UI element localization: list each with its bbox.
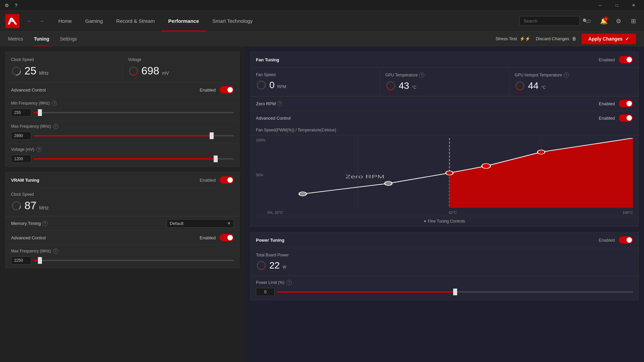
trash-icon: 🗑 bbox=[572, 36, 576, 41]
power-limit-info-icon[interactable]: ? bbox=[286, 280, 292, 285]
bookmark-icon[interactable]: ☆ bbox=[584, 16, 594, 26]
zero-rpm-info-icon[interactable]: ? bbox=[277, 101, 282, 106]
fan-metrics: Fan Speed 0 RPM GPU Temperature ? bbox=[251, 68, 638, 96]
power-title: Power Tuning bbox=[256, 238, 599, 243]
back-button[interactable]: ← bbox=[25, 16, 34, 26]
min-freq-input[interactable] bbox=[11, 109, 31, 117]
vram-max-freq-track[interactable] bbox=[34, 260, 234, 261]
apply-label: Apply Changes bbox=[588, 36, 623, 42]
gpu-temp-info-icon[interactable]: ? bbox=[419, 72, 424, 78]
power-header: Power Tuning Enabled bbox=[251, 232, 638, 248]
search-input[interactable] bbox=[524, 18, 580, 23]
title-bar: ⚙ ? ─ □ ✕ bbox=[0, 0, 644, 11]
nav-gaming[interactable]: Gaming bbox=[78, 11, 110, 32]
check-icon: ✓ bbox=[625, 36, 629, 42]
gpu-hotspot-label: GPU Hotspot Temperature ? bbox=[515, 72, 633, 78]
svg-text:Zero RPM: Zero RPM bbox=[345, 174, 384, 179]
power-tuning-toggle[interactable] bbox=[619, 236, 633, 244]
max-freq-thumb[interactable] bbox=[210, 132, 214, 139]
voltage-mv-thumb[interactable] bbox=[214, 156, 218, 162]
chart-y-50: 50% bbox=[256, 173, 265, 177]
vram-max-freq-info-icon[interactable]: ? bbox=[53, 248, 58, 254]
clock-speed-display: 25 MHz bbox=[11, 65, 117, 77]
min-freq-track[interactable] bbox=[34, 112, 234, 113]
power-limit-thumb[interactable] bbox=[453, 289, 457, 295]
vram-toggle[interactable] bbox=[220, 176, 234, 184]
total-board-power-unit: W bbox=[282, 265, 286, 271]
grid-icon[interactable]: ⊞ bbox=[628, 16, 639, 26]
nav-right: 🔍 ☆ 🔔 1 ⚙ ⊞ bbox=[519, 16, 639, 26]
power-limit-slider-row bbox=[256, 288, 633, 296]
voltage-mv-section: Voltage (mV) ? bbox=[6, 143, 239, 166]
vram-advanced-toggle[interactable] bbox=[220, 234, 234, 241]
amd-icon: ⚙ bbox=[3, 1, 11, 9]
vram-max-freq-thumb[interactable] bbox=[38, 257, 42, 264]
gpu-temp-metric: GPU Temperature ? 43 °C bbox=[380, 68, 509, 96]
zero-rpm-toggle[interactable] bbox=[619, 100, 633, 107]
nav-home[interactable]: Home bbox=[52, 11, 78, 32]
apply-button[interactable]: Apply Changes ✓ bbox=[582, 34, 636, 44]
discard-button[interactable]: Discard Changes 🗑 bbox=[536, 36, 576, 41]
tab-settings[interactable]: Settings bbox=[60, 32, 77, 46]
tab-metrics[interactable]: Metrics bbox=[8, 32, 23, 46]
minimize-button[interactable]: ─ bbox=[592, 0, 608, 11]
power-limit-input[interactable] bbox=[256, 288, 275, 296]
notification-icon[interactable]: 🔔 1 bbox=[598, 16, 609, 26]
power-limit-fill bbox=[277, 291, 455, 293]
settings-icon[interactable]: ⚙ bbox=[613, 16, 624, 26]
memory-timing-select[interactable]: Default bbox=[167, 219, 234, 228]
help-icon[interactable]: ? bbox=[12, 1, 20, 9]
svg-point-9 bbox=[257, 81, 265, 89]
close-button[interactable]: ✕ bbox=[626, 0, 641, 11]
total-board-power-value: 22 bbox=[269, 260, 280, 271]
amd-logo bbox=[5, 14, 19, 28]
advanced-control-toggle[interactable] bbox=[220, 86, 234, 94]
voltage-gauge bbox=[128, 66, 139, 76]
nav-performance[interactable]: Performance bbox=[162, 11, 206, 32]
fine-tuning-row[interactable]: ▾ Fine Tuning Controls bbox=[251, 216, 638, 226]
memory-timing-info-icon[interactable]: ? bbox=[42, 221, 48, 226]
gpu-hotspot-info-icon[interactable]: ? bbox=[564, 72, 569, 78]
min-freq-thumb[interactable] bbox=[38, 109, 42, 116]
max-freq-info-icon[interactable]: ? bbox=[53, 124, 58, 129]
max-freq-input[interactable] bbox=[11, 132, 31, 140]
max-freq-slider-row bbox=[11, 132, 234, 140]
voltage-mv-input[interactable] bbox=[11, 155, 31, 163]
maximize-button[interactable]: □ bbox=[609, 0, 625, 11]
gpu-temp-unit: °C bbox=[412, 85, 416, 91]
chart-x-end: 100°C bbox=[623, 210, 633, 215]
total-board-power-label: Total Board Power bbox=[256, 253, 633, 257]
nav-smart-tech[interactable]: Smart Technology bbox=[206, 11, 259, 32]
clock-speed-unit: MHz bbox=[39, 70, 49, 77]
voltage-mv-info-icon[interactable]: ? bbox=[36, 147, 42, 152]
stress-test-button[interactable]: Stress Test ⚡⚡ bbox=[495, 36, 530, 41]
svg-point-26 bbox=[482, 164, 491, 169]
chart-y-100: 100% bbox=[256, 138, 265, 142]
fan-advanced-label: Advanced Control bbox=[256, 116, 599, 121]
voltage-mv-fill bbox=[34, 158, 214, 160]
title-bar-left: ⚙ ? bbox=[3, 1, 20, 9]
zero-rpm-label: Zero RPM ? bbox=[256, 101, 599, 106]
voltage-mv-track[interactable] bbox=[34, 158, 234, 160]
power-limit-section: Power Limit (%) ? bbox=[251, 276, 638, 300]
search-box[interactable]: 🔍 bbox=[519, 16, 580, 26]
vram-max-freq-input[interactable] bbox=[11, 256, 31, 264]
min-freq-info-icon[interactable]: ? bbox=[52, 101, 57, 106]
min-freq-label: Min Frequency (MHz) ? bbox=[11, 101, 234, 106]
fan-advanced-toggle[interactable] bbox=[619, 114, 633, 122]
forward-button[interactable]: → bbox=[37, 16, 46, 26]
memory-timing-label: Memory Timing ? bbox=[11, 221, 167, 226]
fan-tuning-card: Fan Tuning Enabled Fan Speed 0 RPM bbox=[250, 52, 639, 227]
fan-chart-svg[interactable]: Zero RPM bbox=[266, 138, 633, 208]
max-freq-track[interactable] bbox=[34, 135, 234, 136]
fan-card-header: Fan Tuning Enabled bbox=[251, 52, 638, 68]
nav-record-stream[interactable]: Record & Stream bbox=[110, 11, 162, 32]
tab-tuning[interactable]: Tuning bbox=[34, 32, 49, 46]
vram-clock-gauge bbox=[11, 200, 22, 211]
vram-title: VRAM Tuning bbox=[11, 178, 200, 183]
total-board-power-metric: Total Board Power 22 W bbox=[251, 248, 638, 276]
vram-max-freq-label: Max Frequency (MHz) ? bbox=[11, 248, 234, 254]
chart-x-mid: 62°C bbox=[449, 210, 457, 215]
power-limit-track[interactable] bbox=[277, 291, 633, 293]
fan-tuning-toggle[interactable] bbox=[619, 56, 633, 63]
